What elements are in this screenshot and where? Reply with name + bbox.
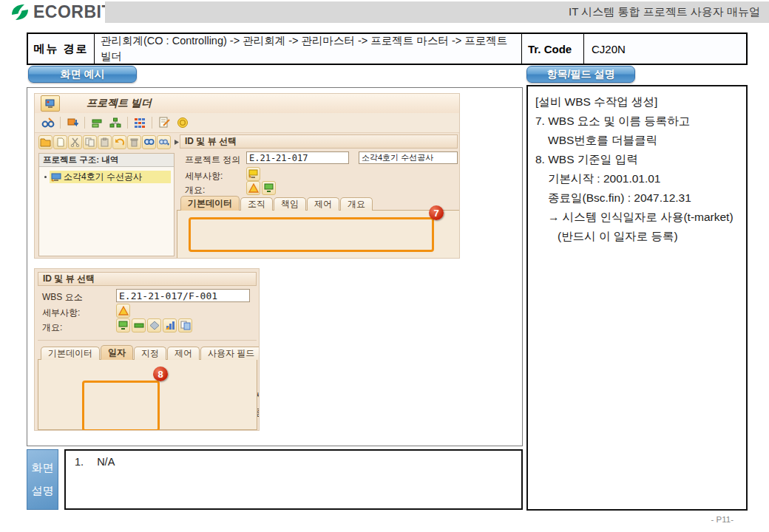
tab-basic-data[interactable]: 기본데이터	[41, 347, 100, 360]
screen-example-button[interactable]: 화면 예시	[28, 66, 137, 83]
wbs-element-label: WBS 요소	[42, 291, 83, 304]
green-monitor-icon[interactable]	[116, 318, 130, 332]
project-tree-item-label: 소각4호기 수선공사	[64, 171, 142, 183]
sap-titlebar: 프로젝트 빌더	[35, 94, 459, 114]
tr-code-label: Tr. Code	[522, 34, 584, 64]
paste-icon[interactable]	[98, 135, 112, 149]
screen-description-label: 화면 설명	[27, 449, 58, 510]
note-line: 8. WBS 기준일 입력	[535, 150, 739, 169]
sap-screenshot-wbs-dates: ID 및 뷰 선택 WBS 요소 E.21-21-017/F-001 세부사항:…	[34, 268, 260, 431]
project-tree-item[interactable]: 소각4호기 수선공사	[42, 171, 171, 183]
project-structure-header: 프로젝트 구조: 내역	[39, 154, 174, 167]
find-icon[interactable]	[142, 135, 156, 149]
detail-label: 세부사항:	[42, 307, 80, 319]
field-description-box: [설비 WBS 수작업 생성] 7. WBS 요소 및 이름 등록하고 WBS번…	[526, 85, 748, 511]
worklist-grid-icon[interactable]	[133, 116, 146, 129]
overview-label: 개요:	[42, 321, 62, 334]
overview-label: 개요:	[185, 184, 205, 197]
detail-monitor-icon[interactable]	[246, 167, 260, 181]
menu-path-value: 관리회계(CO : Controlling) -> 관리회계 -> 관리마스터 …	[95, 34, 522, 64]
new-document-icon[interactable]	[53, 135, 67, 149]
note-line: → 시스템 인식일자로 사용(t-market)	[535, 208, 739, 227]
chart-triangle-icon[interactable]	[163, 318, 177, 332]
tab-user-fields[interactable]: 사용자 필드	[200, 347, 260, 360]
note-line: 종료일(Bsc.fin) : 2047.12.31	[535, 188, 739, 208]
toolbar-separator	[60, 117, 61, 129]
basic-data-panel	[177, 210, 460, 259]
green-bar-icon[interactable]	[132, 318, 146, 332]
project-structure-panel: 프로젝트 구조: 내역 소각4호기 수선공사	[38, 153, 175, 256]
open-folder-icon[interactable]	[38, 135, 52, 149]
copy-icon[interactable]	[83, 135, 97, 149]
tab-control[interactable]: 제어	[307, 197, 339, 211]
sap-screenshot-project-builder: 프로젝트 빌더	[34, 93, 460, 259]
note-line: [설비 WBS 수작업 생성]	[535, 92, 739, 112]
find-next-icon[interactable]	[157, 135, 171, 149]
tab-assignment[interactable]: 지정	[134, 347, 166, 360]
screen-description-content: 1. N/A	[64, 449, 523, 510]
hierarchy-icon[interactable]	[109, 116, 122, 129]
tr-code-value: CJ20N	[584, 34, 746, 64]
dates-panel	[38, 359, 257, 430]
copy-pages-icon[interactable]	[178, 318, 192, 332]
display-glasses-icon[interactable]	[41, 116, 55, 129]
screen-description-label-line1: 화면	[32, 461, 54, 475]
wbs-element-field[interactable]: E.21-21-017/F-001	[116, 289, 250, 302]
toolbar-separator	[84, 117, 85, 129]
ecorbit-leaf-icon	[9, 2, 31, 22]
project-name-field[interactable]: 소각4호기 수선공사	[359, 151, 458, 164]
id-view-header: ID 및 뷰 선택	[180, 134, 458, 149]
project-definition-label: 프로젝트 정의	[185, 154, 240, 166]
toolbar-expand-icon[interactable]	[174, 139, 180, 146]
toolbar-separator	[127, 117, 128, 129]
screen-example-box: 프로젝트 빌더	[27, 87, 523, 446]
page-number: - P11-	[711, 515, 734, 524]
note-line: 기본시작 : 2001.01.01	[535, 169, 739, 188]
note-line: WBS번호를 더블클릭	[535, 131, 739, 150]
tab-control[interactable]: 제어	[167, 347, 200, 360]
warning-triangle-icon[interactable]	[116, 304, 130, 318]
screen-description-label-line2: 설명	[32, 484, 54, 498]
step-7-badge: 7	[429, 205, 444, 220]
currency-icon[interactable]	[176, 116, 189, 129]
description-item-text: N/A	[97, 456, 115, 468]
sap-window-title: 프로젝트 빌더	[87, 97, 152, 110]
step-8-badge: 8	[153, 366, 168, 381]
project-definition-field[interactable]: E.21-21-017	[246, 151, 349, 164]
tab-overview[interactable]: 개요	[340, 197, 373, 211]
detail-label: 세부사항:	[185, 170, 223, 183]
edit-toolbar	[38, 135, 180, 149]
tree-bullet	[44, 176, 47, 178]
same-level-icon[interactable]	[90, 116, 104, 129]
wbs-detail-tabs: 기본데이터 일자 지정 제어 사용자 필드	[41, 346, 260, 360]
note-line: 7. WBS 요소 및 이름 등록하고	[535, 112, 739, 131]
logo-text: ECORBIT	[33, 2, 112, 22]
window-menu-icon[interactable]	[41, 95, 60, 112]
cut-icon[interactable]	[68, 135, 82, 149]
tab-dates[interactable]: 일자	[101, 345, 133, 360]
divider	[38, 340, 257, 341]
description-item-number: 1.	[75, 456, 84, 468]
header-title-bar: IT 시스템 통합 프로젝트 사용자 매뉴얼	[105, 1, 769, 23]
tab-responsibility[interactable]: 책임	[274, 197, 306, 211]
tab-basic-data[interactable]: 기본데이터	[180, 196, 240, 211]
ecorbit-logo: ECORBIT	[9, 1, 112, 22]
menu-path-table: 메뉴 경로 관리회계(CO : Controlling) -> 관리회계 -> …	[27, 33, 748, 65]
id-view-header: ID 및 뷰 선택	[38, 272, 257, 286]
transport-icon[interactable]	[66, 116, 79, 129]
manual-page: ECORBIT IT 시스템 통합 프로젝트 사용자 매뉴얼 메뉴 경로 관리회…	[0, 0, 769, 532]
green-monitor-icon[interactable]	[262, 181, 276, 195]
sap-application-toolbar	[35, 113, 459, 133]
project-tree-selected[interactable]: 소각4호기 수선공사	[50, 171, 171, 183]
manual-title: IT 시스템 통합 프로젝트 사용자 매뉴얼	[569, 5, 760, 19]
diamond-icon[interactable]	[147, 318, 161, 332]
undo-icon[interactable]	[112, 135, 126, 149]
warning-triangle-icon[interactable]	[246, 181, 260, 195]
tab-organization[interactable]: 조직	[240, 197, 273, 211]
field-description-button[interactable]: 항목/필드 설명	[526, 66, 635, 83]
detail-tabs: 기본데이터 조직 책임 제어 개요	[180, 197, 373, 211]
toolbar-separator	[152, 117, 152, 129]
delete-icon[interactable]	[127, 135, 141, 149]
note-line: (반드시 이 일자로 등록)	[535, 227, 739, 246]
edit-document-icon[interactable]	[157, 116, 171, 129]
